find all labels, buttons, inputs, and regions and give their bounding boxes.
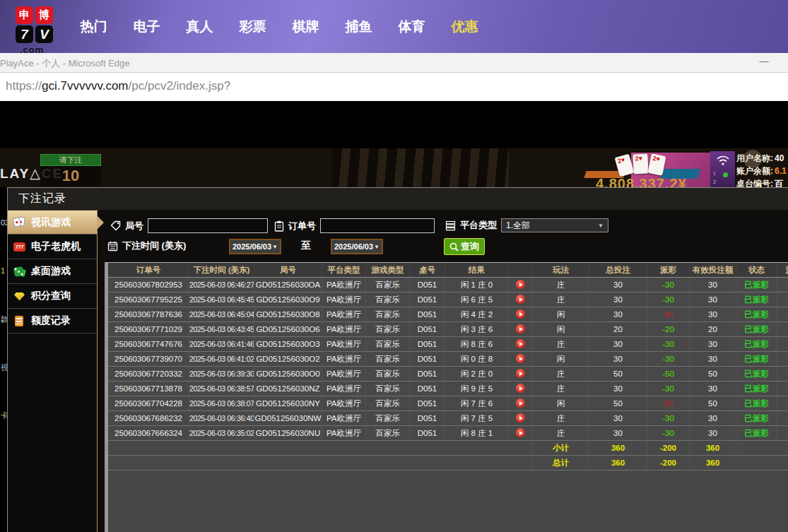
nav-item[interactable]: 热门: [67, 18, 120, 36]
cell-round: GD051256030NU: [254, 426, 322, 440]
cell-result: 闲 8 庄 1: [445, 426, 509, 440]
replay-button[interactable]: [509, 411, 533, 425]
cell-status: 已派彩: [736, 396, 777, 410]
sidebar-item-quota-records[interactable]: 额度记录: [8, 309, 97, 333]
nav-item[interactable]: 棋牌: [279, 18, 332, 36]
cell-game: 百家乐: [366, 337, 410, 351]
cell-payout: -30: [647, 337, 690, 351]
cell-round: GD051256030NZ: [254, 382, 322, 396]
spacer: [108, 441, 533, 455]
play-icon: [516, 339, 525, 348]
cell-platform: PA欧洲厅: [322, 337, 366, 351]
sidebar-item-label: 视讯游戏: [31, 216, 71, 229]
play-icon: [516, 354, 525, 363]
cell-order: 250603067739070: [108, 352, 189, 366]
replay-button[interactable]: [509, 307, 533, 321]
cell-paytime: [777, 337, 788, 351]
platform-type-icon: [445, 220, 456, 231]
replay-button[interactable]: [509, 352, 533, 366]
nav-item[interactable]: 真人: [173, 18, 226, 36]
date-to-wrap: 2025/06/03 ▼: [331, 239, 383, 254]
cell-round: GD051256030O3: [254, 337, 322, 351]
date-from-picker[interactable]: 2025/06/03 ▼: [229, 239, 281, 254]
logo-tile: 博: [35, 6, 53, 24]
minimize-button[interactable]: —: [755, 56, 772, 70]
cell-method: 庄: [533, 337, 589, 351]
cell-payout: -30: [647, 382, 690, 396]
search-button-label: 查询: [461, 240, 479, 253]
cell-method: 闲: [533, 322, 589, 336]
cell-table: D051: [410, 382, 445, 396]
site-logo[interactable]: 申 博 7 V .com: [16, 6, 55, 53]
calendar-icon: [107, 241, 118, 252]
total-total-bet: 360: [589, 456, 647, 470]
cell-platform: PA欧洲厅: [322, 278, 366, 292]
cell-total: 30: [589, 352, 647, 366]
cell-game: 百家乐: [366, 322, 410, 336]
browser-urlbar[interactable]: https://gci.7vvvvvv.com/pc/pcv2/index.js…: [0, 73, 788, 101]
cell-status: 已派彩: [736, 337, 777, 351]
cell-valid: 30: [690, 337, 736, 351]
to-label: 至: [301, 240, 311, 252]
cell-paytime: [777, 426, 788, 440]
replay-button[interactable]: [509, 337, 533, 351]
nav-item[interactable]: 优惠: [438, 18, 491, 36]
cell-order: 250603067686232: [108, 411, 189, 425]
total-payout: -200: [647, 456, 690, 470]
nav-item[interactable]: 捕鱼: [332, 18, 385, 36]
replay-button[interactable]: [509, 367, 533, 381]
round-input[interactable]: [148, 218, 268, 233]
page-stage: LAY△CE 请下注 10 2♥ 2♥ 2♥ 4,808,337.2¥ 1 2: [0, 105, 788, 532]
cell-payout: -30: [647, 411, 690, 425]
cell-paytime: [777, 382, 788, 396]
subtotal-valid-bet: 360: [690, 441, 736, 455]
replay-button[interactable]: [509, 382, 533, 396]
table-row: 2506030677042282025-06-03 06:38:07GD0512…: [108, 396, 788, 411]
content-panel: 局号 订单号: [98, 210, 788, 532]
replay-button[interactable]: [509, 426, 533, 440]
cell-valid: 30: [690, 411, 736, 425]
user-info-value: 6.1: [775, 166, 787, 176]
replay-button[interactable]: [509, 396, 533, 410]
cell-platform: PA欧洲厅: [322, 367, 366, 381]
platform-type-select[interactable]: 1.全部 ▼: [501, 218, 608, 232]
nav-item[interactable]: 体育: [385, 18, 438, 36]
window-title: PlayAce - 个人 - Microsoft Edge: [0, 57, 130, 70]
cell-status: 已派彩: [736, 352, 777, 366]
platform-type-label: 平台类型: [460, 219, 497, 232]
spacer: [108, 456, 533, 470]
sidebar-item-table-games[interactable]: 桌面游戏: [8, 259, 97, 284]
cell-paytime: [777, 322, 788, 336]
wifi-icon: [716, 155, 730, 166]
cell-time: 2025-06-03 06:46:27: [189, 278, 254, 292]
logo-tile: V: [35, 25, 53, 43]
cell-result: 闲 6 庄 5: [445, 292, 509, 307]
replay-button[interactable]: [509, 292, 533, 307]
order-input[interactable]: [320, 218, 435, 233]
cell-platform: PA欧洲厅: [322, 382, 366, 396]
sidebar-item-video-games[interactable]: ♦♥ 视讯游戏: [8, 210, 97, 235]
nav-item[interactable]: 彩票: [226, 18, 279, 36]
replay-button[interactable]: [509, 322, 533, 336]
side-panel: 1 2: [710, 151, 735, 187]
user-info-value: 百: [775, 178, 783, 188]
cell-paytime: [777, 307, 788, 321]
panel-number: 1: [713, 171, 716, 176]
date-to-picker[interactable]: 2025/06/03 ▼: [331, 239, 383, 254]
filter-time: 下注时间 (美东): [107, 240, 186, 252]
search-button[interactable]: 查询: [444, 238, 485, 255]
cell-paytime: [777, 292, 788, 307]
bet-records-table: 订单号下注时间 (美东)局号平台类型游戏类型桌号结果玩法总投注派彩有效投注额状态…: [105, 262, 788, 532]
sidebar-item-points-query[interactable]: 积分查询: [8, 284, 97, 309]
replay-button[interactable]: [509, 278, 533, 292]
table-header-row: 订单号下注时间 (美东)局号平台类型游戏类型桌号结果玩法总投注派彩有效投注额状态…: [108, 263, 788, 278]
filter-round: 局号: [110, 218, 268, 233]
cell-payout: -50: [647, 367, 690, 381]
cell-game: 百家乐: [366, 396, 410, 410]
cell-order: 250603067771029: [108, 322, 189, 336]
sidebar-item-slots[interactable]: 777 电子老虎机: [8, 235, 97, 259]
cell-order: 250603067795225: [108, 292, 189, 307]
nav-item[interactable]: 电子: [120, 18, 173, 36]
bet-time-label: 下注时间 (美东): [122, 240, 186, 252]
cell-payout: -30: [647, 292, 690, 307]
